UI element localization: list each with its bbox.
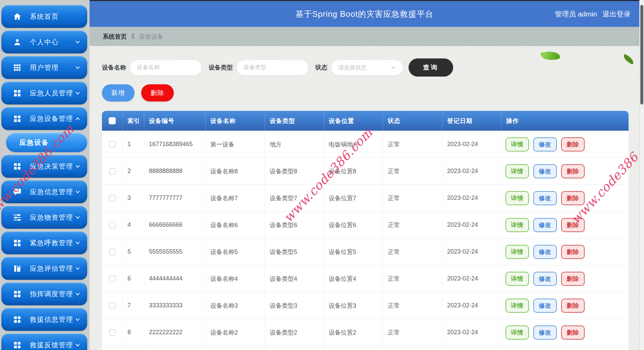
chevron-down-icon bbox=[390, 65, 396, 70]
sidebar-item-label: 用户管理 bbox=[30, 63, 75, 72]
chevron-down-icon bbox=[75, 215, 80, 220]
grid-icon bbox=[13, 114, 22, 123]
main-area: 基于Spring Boot的灾害应急救援平台 管理员 admin 退出登录 系统… bbox=[90, 0, 639, 350]
row-checkbox[interactable] bbox=[109, 302, 116, 309]
sidebar-item-label: 紧急呼救管理 bbox=[30, 238, 75, 248]
sliders-icon bbox=[13, 213, 22, 222]
search-form: 设备名称 设备类型 状态 请选择状态 查询 bbox=[102, 58, 639, 77]
table-row-partial bbox=[102, 346, 629, 350]
delete-button[interactable]: 删除 bbox=[561, 164, 585, 178]
logout-link[interactable]: 退出登录 bbox=[602, 9, 631, 19]
delete-button[interactable]: 删除 bbox=[561, 191, 585, 205]
sidebar-item-decision[interactable]: 应急决策管理 bbox=[1, 155, 87, 178]
sidebar-subitem-equipment-list[interactable]: 应急设备 bbox=[6, 133, 87, 152]
cell-date: 2023-02-24 bbox=[442, 158, 501, 184]
sidebar-item-label: 个人中心 bbox=[30, 38, 75, 47]
edit-button[interactable]: 修改 bbox=[533, 218, 557, 232]
detail-button[interactable]: 详情 bbox=[505, 272, 529, 286]
vertical-scrollbar[interactable] bbox=[639, 0, 644, 350]
device-type-input[interactable] bbox=[237, 60, 308, 75]
sidebar-item-call[interactable]: 紧急呼救管理 bbox=[1, 231, 87, 254]
edit-button[interactable]: 修改 bbox=[533, 164, 557, 178]
detail-button[interactable]: 详情 bbox=[505, 191, 529, 205]
cell-actions: 详情修改删除 bbox=[501, 212, 629, 238]
column-header-6: 登记日期 bbox=[442, 111, 501, 131]
equipment-table: 索引设备编号设备名称设备类型设备位置状态登记日期操作 1167716838946… bbox=[102, 111, 629, 350]
detail-button[interactable]: 详情 bbox=[505, 299, 529, 313]
row-checkbox[interactable] bbox=[109, 141, 116, 148]
status-label: 状态 bbox=[315, 63, 327, 72]
sidebar-item-personnel[interactable]: 应急人员管理 bbox=[1, 82, 87, 104]
sidebar-item-users[interactable]: 用户管理 bbox=[1, 56, 87, 79]
edit-button[interactable]: 修改 bbox=[533, 191, 557, 205]
cell-device-type: 设备类型4 bbox=[265, 265, 324, 292]
cell-status: 正常 bbox=[383, 131, 442, 158]
sidebar-item-profile[interactable]: 个人中心 bbox=[1, 31, 87, 53]
delete-button[interactable]: 删除 bbox=[561, 272, 585, 286]
row-checkbox[interactable] bbox=[109, 329, 116, 336]
grid-large-icon bbox=[13, 63, 22, 72]
cell-device-code: 1677168389465 bbox=[144, 131, 206, 158]
device-name-input[interactable] bbox=[130, 60, 201, 75]
chevron-up-icon bbox=[75, 116, 80, 122]
breadcrumb-root[interactable]: 系统首页 bbox=[103, 33, 127, 41]
delete-button[interactable]: 删除 bbox=[561, 245, 585, 259]
cell-status: 正常 bbox=[383, 319, 442, 346]
sidebar-item-equipment[interactable]: 应急设备管理 bbox=[1, 107, 87, 130]
chevron-down-icon bbox=[75, 39, 80, 45]
delete-button[interactable]: 删除 bbox=[561, 218, 585, 232]
edit-button[interactable]: 修改 bbox=[533, 299, 557, 313]
row-checkbox-cell bbox=[102, 319, 123, 346]
sidebar-item-feedback[interactable]: 救援反馈管理 bbox=[1, 334, 87, 350]
query-button[interactable]: 查询 bbox=[409, 58, 453, 77]
detail-button[interactable]: 详情 bbox=[505, 325, 529, 340]
delete-button[interactable]: 删除 bbox=[561, 299, 585, 313]
scrollbar-thumb[interactable] bbox=[640, 5, 643, 104]
row-checkbox[interactable] bbox=[109, 275, 116, 282]
row-checkbox[interactable] bbox=[109, 222, 116, 228]
sidebar-item-assessment[interactable]: 应急评估管理 bbox=[1, 257, 87, 280]
grid-icon bbox=[13, 89, 22, 98]
sidebar-item-rescue-info[interactable]: 救援信息管理 bbox=[1, 308, 87, 331]
sidebar-item-label: 指挥调度管理 bbox=[30, 290, 75, 299]
sidebar-item-dispatch[interactable]: 指挥调度管理 bbox=[1, 282, 87, 305]
table-row: 64444444444设备名称4设备类型4设备位置4正常2023-02-24详情… bbox=[102, 265, 629, 292]
add-button[interactable]: 新增 bbox=[102, 84, 135, 101]
cell-device-location: 设备位置5 bbox=[324, 238, 383, 265]
edit-button[interactable]: 修改 bbox=[533, 325, 557, 340]
edit-button[interactable]: 修改 bbox=[533, 245, 557, 259]
row-checkbox-cell bbox=[102, 265, 123, 292]
row-checkbox[interactable] bbox=[109, 195, 116, 202]
cell-index: 5 bbox=[123, 238, 144, 265]
sidebar-item-home[interactable]: 系统首页 bbox=[1, 5, 87, 28]
row-checkbox[interactable] bbox=[109, 249, 116, 255]
delete-button[interactable]: 删除 bbox=[561, 137, 585, 151]
cell-device-name: 设备名称8 bbox=[206, 158, 265, 184]
cell-device-location: 设备位置7 bbox=[324, 185, 383, 211]
delete-button[interactable]: 删除 bbox=[561, 325, 585, 340]
detail-button[interactable]: 详情 bbox=[505, 164, 529, 178]
status-select[interactable]: 请选择状态 bbox=[331, 60, 402, 75]
row-checkbox-cell bbox=[102, 212, 123, 238]
edit-button[interactable]: 修改 bbox=[533, 137, 557, 151]
cell-device-location: 设备位置8 bbox=[324, 158, 383, 184]
detail-button[interactable]: 详情 bbox=[505, 245, 529, 259]
sidebar-item-info[interactable]: 应急信息管理 bbox=[1, 180, 87, 203]
edit-button[interactable]: 修改 bbox=[533, 272, 557, 286]
batch-delete-button[interactable]: 删除 bbox=[141, 84, 174, 101]
cell-actions: 详情修改删除 bbox=[501, 131, 629, 158]
column-header-4: 设备位置 bbox=[324, 111, 383, 131]
cell-index: 4 bbox=[123, 212, 144, 238]
cell-device-name: 第一设备 bbox=[206, 131, 265, 158]
detail-button[interactable]: 详情 bbox=[505, 218, 529, 232]
grid-icon bbox=[13, 290, 22, 299]
sidebar-item-supplies[interactable]: 应急物资管理 bbox=[1, 206, 87, 229]
cell-date: 2023-02-24 bbox=[442, 292, 501, 319]
sidebar-item-label: 应急信息管理 bbox=[30, 187, 75, 196]
row-checkbox[interactable] bbox=[109, 168, 116, 175]
detail-button[interactable]: 详情 bbox=[505, 137, 529, 151]
page-title: 基于Spring Boot的灾害应急救援平台 bbox=[296, 9, 433, 19]
select-all-checkbox[interactable] bbox=[109, 117, 116, 124]
grid-icon bbox=[13, 341, 22, 350]
device-type-label: 设备类型 bbox=[209, 63, 233, 72]
